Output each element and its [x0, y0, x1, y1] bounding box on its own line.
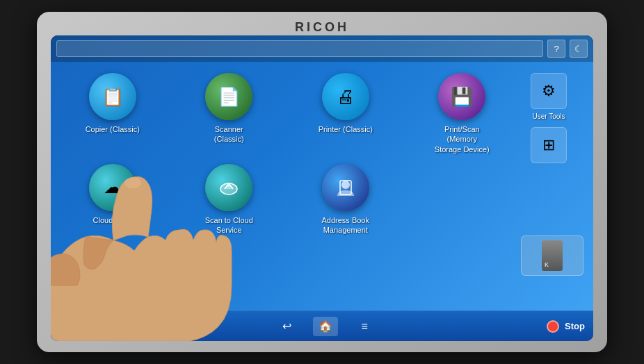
help-button[interactable]: ? [547, 40, 565, 58]
bottom-right: Stop [547, 320, 585, 333]
svg-point-1 [341, 181, 350, 189]
bottom-bar: Check Status ↩ 🏠 ≡ Stop [51, 311, 593, 341]
app-copier[interactable]: 📋 Copier (Classic) [61, 73, 165, 154]
check-status-label[interactable]: Check Status [59, 322, 104, 331]
scan-to-cloud-icon [205, 164, 252, 211]
app-cloud-apps[interactable]: ☁ Cloud Apps [61, 164, 165, 235]
search-box[interactable] [56, 40, 543, 57]
top-bar: ? ☾ [51, 35, 593, 62]
app-print-scan-memory[interactable]: 💾 Print/Scan (Memory Storage Device) [410, 73, 515, 154]
stop-label[interactable]: Stop [565, 321, 585, 331]
cloud-apps-icon: ☁ [89, 164, 136, 211]
main-content: 📋 Copier (Classic) 📄 Scanner (Classic) 🖨… [51, 62, 593, 311]
stop-indicator [547, 320, 559, 333]
app-address-book[interactable]: Address Book Management [293, 164, 398, 235]
menu-button[interactable]: ≡ [355, 317, 374, 336]
brand-label: RICOH [295, 20, 349, 35]
scanner-classic-label: Scanner (Classic) [201, 124, 257, 144]
bottom-nav: ↩ 🏠 ≡ [277, 317, 374, 336]
print-scan-memory-icon: 💾 [438, 73, 485, 120]
cloud-apps-label: Cloud Apps [93, 215, 132, 225]
sleep-button[interactable]: ☾ [570, 40, 588, 58]
printer-classic-label: Printer (Classic) [319, 124, 373, 134]
printer-classic-icon: 🖨 [322, 73, 369, 120]
address-book-icon [322, 164, 369, 211]
apps-grid: 📋 Copier (Classic) 📄 Scanner (Classic) 🖨… [61, 69, 514, 304]
user-tools-label: User Tools [532, 113, 565, 120]
user-tools-button[interactable]: ⚙ User Tools [514, 73, 583, 120]
grid-view-icon: ⊞ [531, 127, 567, 163]
app-scan-to-cloud[interactable]: Scan to Cloud Service [177, 164, 282, 235]
screen-bezel: ? ☾ 📋 Copier (Classic) 📄 Scanner (Classi… [51, 35, 593, 341]
scanner-classic-icon: 📄 [205, 73, 252, 120]
app-scanner-classic[interactable]: 📄 Scanner (Classic) [177, 73, 282, 154]
copier-label: Copier (Classic) [86, 124, 140, 134]
toner-widget [521, 235, 583, 276]
copier-icon: 📋 [89, 73, 136, 120]
toner-level [542, 240, 563, 271]
app-printer-classic[interactable]: 🖨 Printer (Classic) [293, 73, 398, 154]
grid-view-button[interactable]: ⊞ [514, 127, 583, 163]
print-scan-memory-label: Print/Scan (Memory Storage Device) [434, 124, 490, 154]
screen: ? ☾ 📋 Copier (Classic) 📄 Scanner (Classi… [51, 35, 593, 341]
home-button[interactable]: 🏠 [313, 317, 338, 336]
back-button[interactable]: ↩ [277, 317, 296, 336]
scan-to-cloud-label: Scan to Cloud Service [201, 215, 257, 235]
user-tools-icon: ⚙ [531, 73, 567, 109]
address-book-label: Address Book Management [318, 215, 373, 235]
device-body: RICOH ? ☾ 📋 Copier (Classic) 📄 [37, 12, 607, 352]
